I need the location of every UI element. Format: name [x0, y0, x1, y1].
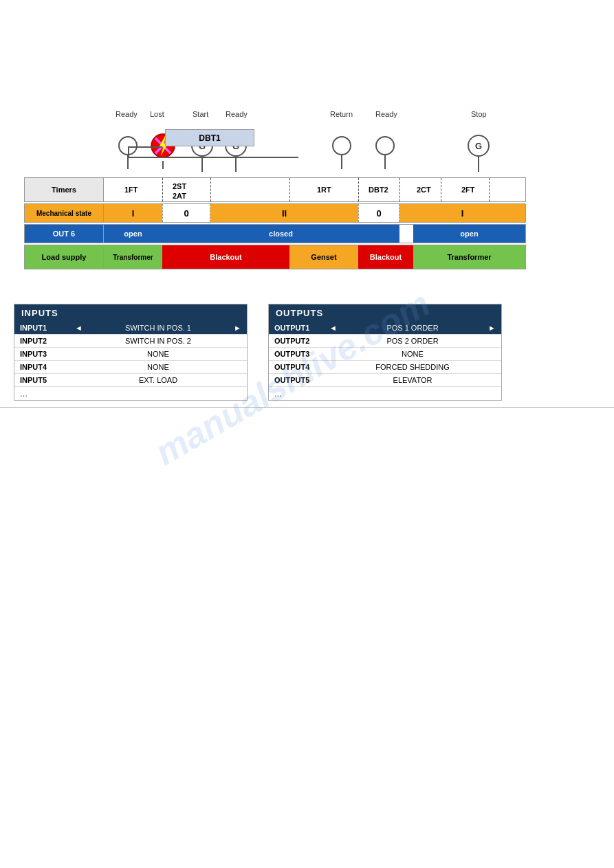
v-line-drop1 — [128, 146, 129, 157]
out6-content: open closed open — [104, 225, 525, 243]
input1-val: SWITCH IN POS. 1 — [83, 324, 234, 332]
load-seg-transformer1: Transformer — [104, 245, 162, 269]
mech-seg-2: 0 — [162, 204, 210, 222]
outputs-header: OUTPUTS — [269, 304, 501, 322]
inputs-panel: INPUTS INPUT1 ◄ SWITCH IN POS. 1 ► INPUT… — [14, 304, 248, 401]
mech-seg-3: II — [210, 204, 358, 222]
timer-1ft: 1FT — [124, 186, 138, 194]
input-row-5[interactable]: INPUT5 EXT. LOAD — [14, 374, 247, 387]
label-ready1: Ready — [116, 110, 138, 118]
timing-diagram: Ready Lost Start Ready Return Ready Stop — [24, 110, 526, 269]
vline-4 — [358, 178, 359, 201]
output4-val: FORCED SHEDDING — [329, 363, 496, 371]
load-seg-blackout2: Blackout — [358, 245, 413, 269]
input2-key: INPUT2 — [20, 337, 75, 345]
bottom-rule — [0, 407, 614, 408]
output-row-1[interactable]: OUTPUT1 ◄ POS 1 ORDER ► — [269, 322, 501, 335]
mech-seg-4: 0 — [358, 204, 399, 222]
label-ready2: Ready — [226, 110, 248, 118]
output3-val: NONE — [329, 350, 496, 358]
output2-key: OUTPUT2 — [274, 337, 329, 345]
out6-row: OUT 6 open closed open — [24, 224, 526, 243]
mech-content: I 0 II 0 I — [104, 204, 525, 222]
symbols-row: G G G DBT1 — [103, 129, 526, 177]
timer-2st: 2ST — [173, 182, 186, 190]
vline-2 — [210, 178, 211, 201]
arrow-right-1: ► — [234, 324, 241, 332]
load-seg-genset: Genset — [289, 245, 358, 269]
input3-key: INPUT3 — [20, 350, 75, 358]
output-row-2[interactable]: OUTPUT2 POS 2 ORDER — [269, 335, 501, 348]
vline-5 — [399, 178, 400, 201]
input2-val: SWITCH IN POS. 2 — [75, 337, 241, 345]
io-panels: INPUTS INPUT1 ◄ SWITCH IN POS. 1 ► INPUT… — [14, 283, 600, 401]
out6-seg-open2: open — [413, 225, 525, 243]
timers-label: Timers — [25, 178, 104, 201]
dbt1-box: DBT1 — [165, 129, 254, 146]
timers-row: Timers 1FT 2ST 2AT 1RT DBT2 2CT 2FT — [24, 177, 526, 202]
arrow-right-o1: ► — [488, 324, 496, 332]
timers-content: 1FT 2ST 2AT 1RT DBT2 2CT 2FT — [104, 178, 525, 201]
load-seg-blackout1: Blackout — [162, 245, 289, 269]
timer-2at: 2AT — [173, 192, 186, 200]
arrow-left-1: ◄ — [75, 324, 83, 332]
input3-val: NONE — [75, 350, 241, 358]
output-row-3[interactable]: OUTPUT3 NONE — [269, 348, 501, 361]
inputs-header: INPUTS — [14, 304, 247, 322]
timer-2ft: 2FT — [461, 186, 475, 194]
page-container: Ready Lost Start Ready Return Ready Stop — [0, 0, 614, 414]
load-row: Load supply Transformer Blackout Genset … — [24, 245, 526, 269]
vline-6 — [441, 178, 441, 201]
output-row-5[interactable]: OUTPUT5 ELEVATOR — [269, 374, 501, 387]
mech-row: Mechanical state I 0 II 0 I — [24, 203, 526, 223]
input-row-3[interactable]: INPUT3 NONE — [14, 348, 247, 361]
load-seg-transformer2: Transformer — [413, 245, 525, 269]
mech-label: Mechanical state — [25, 204, 104, 222]
h-line-main — [128, 157, 298, 158]
out6-seg-closed: closed — [162, 225, 399, 243]
h-line-1 — [128, 146, 162, 148]
symbol-circle-2 — [332, 136, 351, 169]
timer-2ct: 2CT — [417, 186, 431, 194]
out6-gap — [399, 225, 413, 243]
timing-labels-row: Ready Lost Start Ready Return Ready Stop — [103, 110, 526, 129]
vline-1 — [162, 178, 163, 201]
g-symbol-3: G — [468, 135, 490, 157]
input-row-1[interactable]: INPUT1 ◄ SWITCH IN POS. 1 ► — [14, 322, 247, 335]
input5-key: INPUT5 — [20, 376, 75, 384]
symbol-g3: G — [468, 135, 490, 172]
label-lost: Lost — [150, 110, 164, 118]
label-stop: Stop — [471, 110, 487, 118]
timer-dbt2: DBT2 — [369, 186, 388, 194]
output5-key: OUTPUT5 — [274, 376, 329, 384]
output5-val: ELEVATOR — [329, 376, 496, 384]
vline-3 — [289, 178, 290, 201]
arrow-left-o1: ◄ — [329, 324, 337, 332]
output1-key: OUTPUT1 — [274, 324, 329, 332]
out6-label: OUT 6 — [25, 225, 104, 243]
out6-seg-open1: open — [104, 225, 162, 243]
load-label: Load supply — [25, 245, 104, 269]
input5-val: EXT. LOAD — [75, 376, 241, 384]
load-content: Transformer Blackout Genset Blackout Tra… — [104, 245, 525, 269]
output3-key: OUTPUT3 — [274, 350, 329, 358]
output2-val: POS 2 ORDER — [329, 337, 496, 345]
mech-seg-1: I — [104, 204, 162, 222]
output-row-4[interactable]: OUTPUT4 FORCED SHEDDING — [269, 361, 501, 374]
output4-key: OUTPUT4 — [274, 363, 329, 371]
vline-7 — [489, 178, 490, 201]
label-start: Start — [193, 110, 208, 118]
input4-val: NONE — [75, 363, 241, 371]
timer-1rt: 1RT — [317, 186, 331, 194]
label-return: Return — [330, 110, 353, 118]
output1-val: POS 1 ORDER — [337, 324, 488, 332]
input-row-2[interactable]: INPUT2 SWITCH IN POS. 2 — [14, 335, 247, 348]
inputs-ellipsis: ... — [14, 387, 247, 400]
outputs-ellipsis: ... — [269, 387, 501, 400]
input4-key: INPUT4 — [20, 363, 75, 371]
symbol-circle-3 — [375, 136, 395, 169]
input1-key: INPUT1 — [20, 324, 75, 332]
label-ready3: Ready — [375, 110, 397, 118]
input-row-4[interactable]: INPUT4 NONE — [14, 361, 247, 374]
outputs-panel: OUTPUTS OUTPUT1 ◄ POS 1 ORDER ► OUTPUT2 … — [268, 304, 502, 401]
